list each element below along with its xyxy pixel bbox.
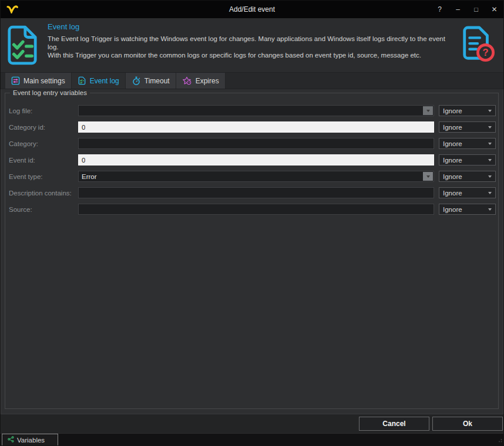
svg-text:?: ?: [483, 47, 489, 58]
close-button[interactable]: ✕: [485, 1, 503, 18]
trigger-title: Event log: [48, 22, 453, 31]
event-id-input[interactable]: 0: [78, 154, 434, 165]
source-condition-value: Ignore: [443, 206, 462, 213]
log-file-condition-select[interactable]: Ignore: [439, 105, 496, 116]
event-type-input[interactable]: Error: [78, 171, 434, 182]
dialog-header: Event log The Event log Trigger is watch…: [1, 18, 503, 73]
form-row-event-id: Event id:0Ignore: [9, 154, 496, 165]
log-file-label: Log file:: [9, 107, 73, 114]
description-contains-input[interactable]: [78, 187, 434, 198]
description-contains-condition-select[interactable]: Ignore: [439, 187, 496, 198]
category-id-condition-value: Ignore: [443, 124, 462, 131]
form-row-event-type: Event type:ErrorIgnore: [9, 171, 496, 182]
form-row-category: Category:Ignore: [9, 138, 496, 149]
help-button[interactable]: ?: [431, 1, 449, 18]
tab-expires[interactable]: Expires: [176, 73, 226, 89]
variables-label: Variables: [17, 437, 45, 444]
dialog-footer: Cancel Ok: [1, 414, 503, 433]
event-log-entry-variables-group: Event log entry variables Log file:Ignor…: [5, 93, 499, 409]
chevron-down-icon: [488, 208, 492, 211]
event-log-document-icon: [6, 25, 38, 67]
event-id-condition-value: Ignore: [443, 157, 462, 164]
tab-event-log[interactable]: Event log: [72, 73, 126, 89]
ok-button[interactable]: Ok: [432, 417, 503, 431]
window-title: Add/Edit event: [1, 5, 503, 13]
chevron-down-icon: [488, 110, 492, 112]
chevron-down-icon: [426, 175, 430, 178]
event-type-value: Error: [79, 173, 97, 180]
sliders-icon: [11, 76, 20, 85]
category-id-label: Category id:: [9, 124, 73, 131]
category-label: Category:: [9, 140, 73, 147]
trigger-description-line1: The Event log Trigger is watching the Wi…: [48, 35, 453, 51]
chevron-down-icon: [488, 126, 492, 129]
tab-label: Main settings: [23, 77, 65, 85]
window-controls: ? – □ ✕: [431, 1, 503, 18]
form-row-source: Source:Ignore: [9, 204, 496, 215]
event-type-condition-value: Ignore: [443, 173, 462, 180]
chevron-down-icon: [426, 110, 430, 112]
log-file-dropdown-button[interactable]: [423, 106, 433, 115]
chevron-down-icon: [488, 175, 492, 178]
status-bar: Variables: [1, 433, 503, 445]
app-logo-icon: [6, 5, 18, 13]
chevron-down-icon: [488, 143, 492, 145]
title-bar: Add/Edit event ? – □ ✕: [1, 1, 503, 18]
event-type-label: Event type:: [9, 173, 73, 180]
help-document-icon[interactable]: ?: [460, 25, 495, 66]
category-id-input[interactable]: 0: [78, 121, 434, 133]
variables-panel-tab[interactable]: Variables: [2, 434, 58, 445]
event-id-label: Event id:: [9, 157, 73, 164]
tab-timeout[interactable]: Timeout: [126, 73, 176, 89]
event-id-condition-select[interactable]: Ignore: [439, 154, 496, 165]
tab-label: Timeout: [145, 77, 170, 85]
event-type-dropdown-button[interactable]: [423, 172, 433, 181]
star-clock-icon: [182, 76, 192, 86]
source-condition-select[interactable]: Ignore: [439, 204, 496, 215]
cancel-button[interactable]: Cancel: [359, 417, 429, 431]
tab-bar: Main settingsEvent logTimeoutExpires: [1, 73, 503, 89]
tab-main-settings[interactable]: Main settings: [5, 73, 72, 89]
variables-icon: [8, 436, 14, 444]
minimize-button[interactable]: –: [449, 1, 467, 18]
stopwatch-icon: [132, 76, 141, 86]
source-label: Source:: [9, 206, 73, 213]
category-id-value: 0: [79, 124, 85, 131]
resize-grip[interactable]: [498, 436, 502, 444]
trigger-description-line2: With this Trigger you can monitor the co…: [48, 51, 453, 59]
event-type-condition-select[interactable]: Ignore: [439, 171, 496, 182]
form-row-category-id: Category id:0Ignore: [9, 121, 496, 133]
log-file-condition-value: Ignore: [443, 107, 462, 114]
group-title: Event log entry variables: [10, 89, 90, 96]
chevron-down-icon: [488, 192, 492, 194]
description-contains-condition-value: Ignore: [443, 190, 462, 197]
chevron-down-icon: [488, 159, 492, 161]
event-id-value: 0: [79, 157, 85, 164]
source-input[interactable]: [78, 204, 434, 215]
category-id-condition-select[interactable]: Ignore: [439, 121, 496, 133]
form-rows: Log file:IgnoreCategory id:0IgnoreCatego…: [9, 105, 496, 215]
form-row-log-file: Log file:Ignore: [9, 105, 496, 116]
event-log-icon: [78, 76, 86, 85]
tab-label: Expires: [196, 77, 219, 85]
tab-label: Event log: [90, 77, 119, 85]
description-contains-label: Description contains:: [9, 190, 73, 197]
maximize-button[interactable]: □: [467, 1, 485, 18]
header-text: Event log The Event log Trigger is watch…: [48, 18, 453, 59]
tab-page-content: Event log entry variables Log file:Ignor…: [1, 89, 503, 414]
form-row-description-contains: Description contains:Ignore: [9, 187, 496, 198]
log-file-input[interactable]: [78, 105, 434, 116]
add-edit-event-dialog: Add/Edit event ? – □ ✕ Event log The Eve…: [0, 0, 504, 446]
category-condition-select[interactable]: Ignore: [439, 138, 496, 149]
category-input[interactable]: [78, 138, 434, 149]
category-condition-value: Ignore: [443, 140, 462, 147]
